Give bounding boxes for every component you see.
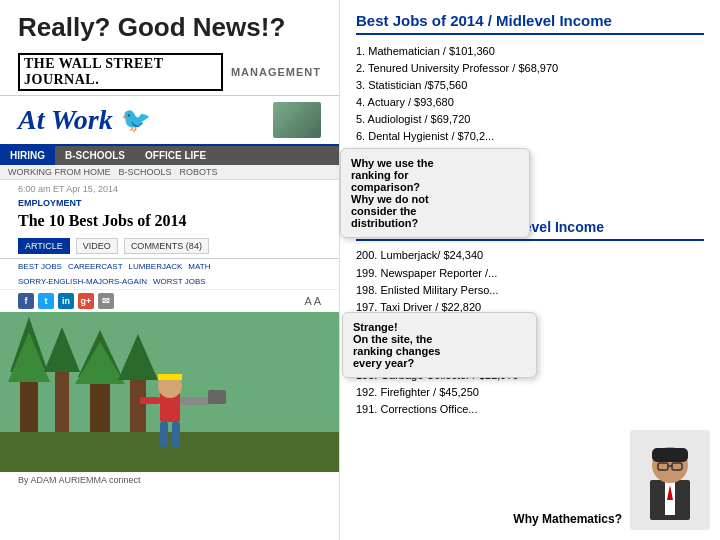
tag-6[interactable]: WORST JOBS bbox=[153, 277, 206, 286]
article-image bbox=[0, 312, 339, 472]
wsj-logo: THE WALL STREET JOURNAL. bbox=[18, 53, 223, 91]
best-jobs-title: Best Jobs of 2014 / Midlevel Income bbox=[356, 12, 704, 35]
tag-1[interactable]: BEST JOBS bbox=[18, 262, 62, 271]
gplus-share-icon[interactable]: g+ bbox=[78, 293, 94, 309]
slide-title: Really? Good News!? bbox=[0, 0, 339, 49]
sub-nav-item-2[interactable]: B-SCHOOLS bbox=[119, 167, 172, 177]
tag-3[interactable]: LUMBERJACK bbox=[129, 262, 183, 271]
left-panel: Really? Good News!? THE WALL STREET JOUR… bbox=[0, 0, 340, 540]
sub-nav-item-3[interactable]: ROBOTS bbox=[180, 167, 218, 177]
tab-article[interactable]: ARTICLE bbox=[18, 238, 70, 254]
nav-bschools[interactable]: B-SCHOOLS bbox=[55, 146, 135, 165]
article-title: The 10 Best Jobs of 2014 bbox=[0, 208, 339, 234]
at-work-text: At Work bbox=[18, 104, 113, 136]
right-panel: Best Jobs of 2014 / Midlevel Income 1. M… bbox=[340, 0, 720, 540]
list-item: 4. Actuary / $93,680 bbox=[356, 94, 704, 111]
list-item: 198. Enlisted Military Perso... bbox=[356, 282, 704, 299]
svg-rect-19 bbox=[140, 397, 160, 404]
article-tags: BEST JOBS CAREERCAST LUMBERJACK MATH SOR… bbox=[0, 259, 339, 290]
why-math-label: Why Mathematics? bbox=[513, 512, 622, 526]
tag-4[interactable]: MATH bbox=[188, 262, 210, 271]
article-tabs: ARTICLE VIDEO COMMENTS (84) bbox=[0, 234, 339, 259]
svg-rect-11 bbox=[0, 432, 339, 472]
article-meta: 6:00 am ET Apr 15, 2014 bbox=[0, 180, 339, 198]
bubble-2-text: Strange! On the site, the ranking change… bbox=[353, 321, 440, 369]
list-item: 191. Corrections Office... bbox=[356, 401, 704, 418]
nav-bar: HIRING B-SCHOOLS OFFICE LIFE bbox=[0, 146, 339, 165]
list-item: 6. Dental Hygienist / $70,2... bbox=[356, 128, 704, 145]
thumbnail bbox=[273, 102, 321, 138]
bird-icon: 🐦 bbox=[121, 106, 151, 134]
svg-rect-18 bbox=[208, 390, 226, 404]
list-item: 5. Audiologist / $69,720 bbox=[356, 111, 704, 128]
linkedin-share-icon[interactable]: in bbox=[58, 293, 74, 309]
author-line: By ADAM AURIEMMA connect bbox=[0, 472, 339, 488]
list-item: 2. Tenured University Professor / $68,97… bbox=[356, 60, 704, 77]
font-size-control[interactable]: A A bbox=[304, 295, 321, 307]
sub-nav-item-1[interactable]: WORKING FROM HOME bbox=[8, 167, 111, 177]
bubble-ranking-tooltip: Why we use the ranking for comparison? W… bbox=[340, 148, 530, 238]
list-item: 200. Lumberjack/ $24,340 bbox=[356, 247, 704, 264]
person-figure bbox=[630, 430, 710, 530]
sub-nav: WORKING FROM HOME B-SCHOOLS ROBOTS bbox=[0, 165, 339, 180]
list-item: 3. Statistician /$75,560 bbox=[356, 77, 704, 94]
wsj-section-label: MANAGEMENT bbox=[231, 66, 321, 78]
twitter-share-icon[interactable]: t bbox=[38, 293, 54, 309]
bubble-1-text: Why we use the ranking for comparison? W… bbox=[351, 157, 434, 229]
article-section: EMPLOYMENT bbox=[0, 198, 339, 208]
tag-5[interactable]: SORRY-ENGLISH-MAJORS-AGAIN bbox=[18, 277, 147, 286]
svg-rect-14 bbox=[158, 374, 182, 380]
svg-rect-25 bbox=[652, 448, 688, 462]
lumberjack-svg bbox=[0, 312, 339, 472]
svg-rect-15 bbox=[160, 422, 168, 447]
share-row: f t in g+ ✉ A A bbox=[0, 290, 339, 312]
tab-video[interactable]: VIDEO bbox=[76, 238, 118, 254]
bubble-strange-tooltip: Strange! On the site, the ranking change… bbox=[342, 312, 537, 378]
nav-officelife[interactable]: OFFICE LIFE bbox=[135, 146, 216, 165]
wsj-header: THE WALL STREET JOURNAL. MANAGEMENT bbox=[0, 49, 339, 96]
tab-comments[interactable]: COMMENTS (84) bbox=[124, 238, 209, 254]
at-work-section: At Work 🐦 bbox=[0, 96, 339, 146]
svg-rect-17 bbox=[180, 397, 210, 405]
facebook-share-icon[interactable]: f bbox=[18, 293, 34, 309]
tag-2[interactable]: CAREERCAST bbox=[68, 262, 123, 271]
nav-hiring[interactable]: HIRING bbox=[0, 146, 55, 165]
list-item: 1. Mathematician / $101,360 bbox=[356, 43, 704, 60]
svg-rect-16 bbox=[172, 422, 180, 447]
email-share-icon[interactable]: ✉ bbox=[98, 293, 114, 309]
list-item: 192. Firefighter / $45,250 bbox=[356, 384, 704, 401]
list-item: 199. Newspaper Reporter /... bbox=[356, 265, 704, 282]
